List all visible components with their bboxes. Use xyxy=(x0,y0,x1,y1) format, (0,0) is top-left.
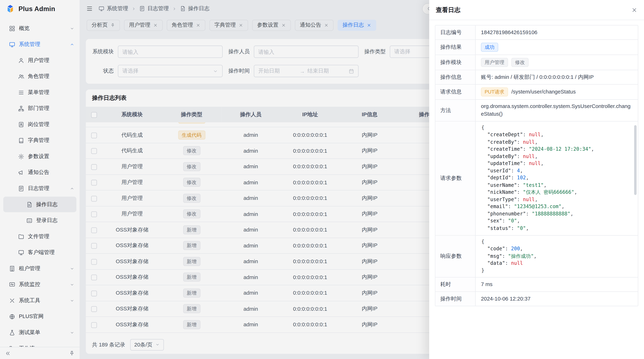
detail-value: 用户管理修改 xyxy=(476,55,638,70)
app-root: Plus Admin 概览系统管理用户管理角色管理菜单管理部门管理岗位管理字典管… xyxy=(0,0,644,359)
detail-label: 请求参数 xyxy=(436,121,476,235)
detail-label: 响应参数 xyxy=(436,235,476,277)
detail-label: 操作结果 xyxy=(436,40,476,55)
module-tag: 修改 xyxy=(511,58,528,67)
detail-label: 请求信息 xyxy=(436,84,476,99)
detail-label: 操作时间 xyxy=(436,292,476,306)
detail-value: 7 ms xyxy=(476,278,638,291)
json-code-block: { "code": 200, "msg": "操作成功", "data": nu… xyxy=(476,238,638,274)
detail-value: 成功 xyxy=(476,40,638,55)
detail-row-op-time: 操作时间2024-10-06 12:20:37 xyxy=(436,292,638,306)
request-url: /system/user/changeStatus xyxy=(511,88,576,96)
drawer-body: 日志编号1842781986426159106操作结果成功操作模块用户管理修改操… xyxy=(429,20,644,359)
detail-value: PUT请求/system/user/changeStatus xyxy=(476,84,638,99)
request-method-badge: PUT请求 xyxy=(481,87,508,96)
drawer-title: 查看日志 xyxy=(436,6,460,14)
detail-row-request-params: 请求参数{ "createDept": null, "createBy": nu… xyxy=(436,121,638,235)
code-scrollbar[interactable] xyxy=(634,125,637,195)
view-log-drawer: 查看日志 日志编号1842781986426159106操作结果成功操作模块用户… xyxy=(429,0,644,359)
detail-value-code: { "createDept": null, "createBy": null, … xyxy=(476,121,638,235)
detail-row-result: 操作结果成功 xyxy=(436,40,638,55)
detail-label: 操作模块 xyxy=(436,55,476,70)
detail-label: 方法 xyxy=(436,100,476,121)
detail-row-module: 操作模块用户管理修改 xyxy=(436,55,638,70)
detail-row-response-params: 响应参数{ "code": 200, "msg": "操作成功", "data"… xyxy=(436,235,638,278)
detail-value: org.dromara.system.controller.system.Sys… xyxy=(476,100,638,121)
detail-row-method: 方法org.dromara.system.controller.system.S… xyxy=(436,100,638,121)
detail-label: 日志编号 xyxy=(436,25,476,39)
detail-value: 2024-10-06 12:20:37 xyxy=(476,292,638,306)
detail-label: 耗时 xyxy=(436,278,476,291)
drawer-header: 查看日志 xyxy=(429,0,644,20)
detail-label: 操作信息 xyxy=(436,70,476,84)
detail-value: 账号: admin / 研发部门 / 0:0:0:0:0:0:0:1 / 内网I… xyxy=(476,70,638,84)
detail-row-info: 操作信息账号: admin / 研发部门 / 0:0:0:0:0:0:0:1 /… xyxy=(436,70,638,84)
module-tag: 用户管理 xyxy=(481,58,508,67)
json-code-block: { "createDept": null, "createBy": null, … xyxy=(476,124,638,232)
detail-row-request: 请求信息PUT请求/system/user/changeStatus xyxy=(436,84,638,100)
detail-row-cost: 耗时7 ms xyxy=(436,278,638,292)
detail-row-log-id: 日志编号1842781986426159106 xyxy=(436,25,638,40)
log-details: 日志编号1842781986426159106操作结果成功操作模块用户管理修改操… xyxy=(435,25,638,306)
close-drawer-icon[interactable] xyxy=(631,7,638,13)
detail-value-code: { "code": 200, "msg": "操作成功", "data": nu… xyxy=(476,235,638,277)
detail-value: 1842781986426159106 xyxy=(476,25,638,39)
result-badge: 成功 xyxy=(481,43,498,52)
